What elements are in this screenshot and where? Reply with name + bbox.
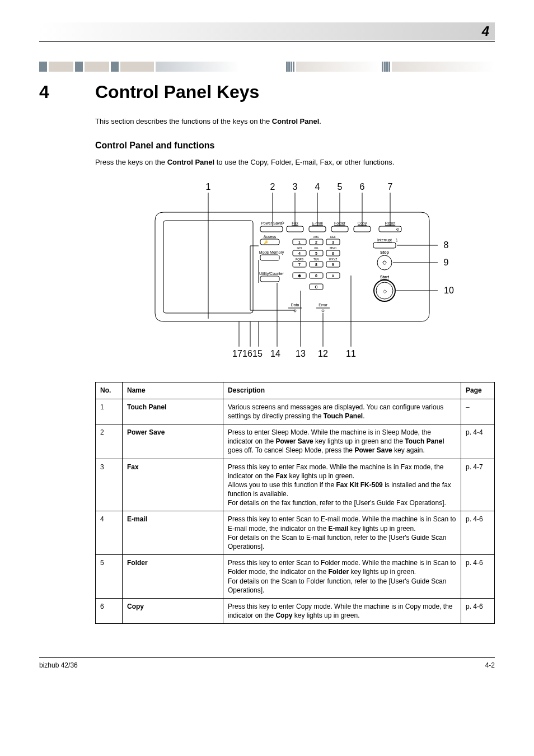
svg-text:9: 9 — [332, 263, 334, 267]
section-heading: Control Panel and functions — [95, 141, 495, 151]
utility-counter-key: Utility/Counter — [259, 272, 284, 282]
section-description: Press the keys on the Control Panel to u… — [95, 157, 495, 167]
table-row: 6 Copy Press this key to enter Copy mode… — [96, 598, 495, 623]
callout-14: 14 — [270, 349, 280, 358]
access-key: Access 🔑 — [260, 235, 279, 245]
svg-text:2: 2 — [315, 240, 317, 244]
svg-text:Interrupt: Interrupt — [377, 238, 392, 242]
table-row: 1 Touch Panel Various screens and messag… — [96, 399, 495, 424]
intro-text: This section describes the functions of … — [95, 116, 495, 127]
svg-text:Reset: Reset — [385, 221, 395, 225]
svg-text:⟲: ⟲ — [396, 227, 399, 231]
fax-key: Fax — [287, 221, 303, 232]
decorative-bar — [39, 62, 495, 72]
svg-text:WXYZ: WXYZ — [329, 258, 337, 261]
callout-8: 8 — [444, 240, 449, 250]
chapter-number: 4 — [39, 82, 95, 102]
svg-rect-12 — [287, 226, 303, 232]
header-rule — [39, 41, 495, 42]
svg-text:Error: Error — [318, 303, 327, 307]
callout-11: 11 — [346, 349, 356, 358]
svg-text:PQRS: PQRS — [296, 258, 304, 261]
svg-text:0: 0 — [315, 274, 317, 278]
error-indicator: Error — [316, 303, 330, 312]
callout-4: 4 — [315, 182, 320, 192]
callout-13: 13 — [296, 349, 306, 358]
svg-rect-65 — [373, 242, 396, 248]
svg-text:Data: Data — [291, 303, 299, 307]
copy-key: Copy — [354, 221, 371, 232]
table-row: 4 E-mail Press this key to enter Scan to… — [96, 511, 495, 555]
power-save-key: Power Save — [260, 221, 284, 232]
control-panel-diagram: 1 2 3 4 5 6 7 Power Save — [95, 179, 495, 365]
svg-text:3: 3 — [332, 240, 334, 244]
svg-text:7: 7 — [298, 263, 301, 267]
svg-text:Access: Access — [264, 235, 277, 239]
svg-text:6: 6 — [332, 251, 334, 255]
svg-text:8: 8 — [315, 263, 317, 267]
svg-text:JKL: JKL — [314, 246, 319, 250]
svg-text:◇: ◇ — [383, 288, 387, 294]
interrupt-key: Interrupt ⤵ — [373, 238, 398, 248]
callout-2: 2 — [270, 182, 275, 192]
header-chapter-number: 4 — [39, 22, 495, 40]
svg-text:Folder: Folder — [334, 221, 346, 225]
footer-product: bizhub 42/36 — [39, 661, 78, 669]
page-header: 4 — [39, 22, 495, 42]
callout-12: 12 — [318, 349, 328, 358]
callout-16: 16 — [242, 349, 252, 358]
table-row: 2 Power Save Press to enter Sleep Mode. … — [96, 424, 495, 459]
callout-7: 7 — [388, 182, 393, 192]
th-no: No. — [96, 382, 123, 399]
svg-text:Stop: Stop — [380, 250, 389, 255]
keypad: ABC DEF 1 2 3 GHI JKL MNO 4 5 6 PQRS TUV… — [293, 235, 340, 290]
svg-text:ABC: ABC — [313, 235, 320, 239]
svg-text:⤵: ⤵ — [396, 238, 398, 242]
table-row: 3 Fax Press this key to enter Fax mode. … — [96, 459, 495, 511]
email-key: E-mail — [309, 221, 326, 232]
svg-text:DEF: DEF — [330, 235, 336, 239]
svg-text:Fax: Fax — [292, 221, 298, 225]
page-footer: bizhub 42/36 4-2 — [39, 657, 495, 669]
data-indicator: Data — [288, 303, 302, 312]
svg-text:Power Save: Power Save — [261, 221, 282, 225]
svg-rect-14 — [309, 226, 326, 232]
svg-rect-10 — [260, 226, 283, 232]
th-page: Page — [461, 382, 495, 399]
start-key: Start ◇ — [374, 275, 395, 301]
callout-10: 10 — [444, 286, 454, 295]
svg-text:🔑: 🔑 — [264, 240, 268, 245]
keys-table: No. Name Description Page 1 Touch Panel … — [95, 382, 495, 624]
callout-6: 6 — [360, 182, 365, 192]
svg-rect-18 — [354, 226, 371, 232]
footer-page: 4-2 — [485, 661, 495, 669]
callout-9: 9 — [444, 258, 449, 267]
callout-5: 5 — [338, 182, 343, 192]
mode-memory-key: Mode Memory — [259, 250, 284, 260]
svg-point-67 — [377, 255, 392, 270]
svg-text:C: C — [315, 285, 317, 289]
table-row: 5 Folder Press this key to enter Scan to… — [96, 555, 495, 599]
svg-text:1: 1 — [298, 240, 301, 244]
reset-key: Reset ⟲ — [379, 221, 401, 232]
th-name: Name — [123, 382, 223, 399]
callout-15: 15 — [252, 349, 263, 358]
th-desc: Description — [223, 382, 461, 399]
callout-3: 3 — [293, 182, 298, 192]
svg-text:Start: Start — [380, 275, 390, 279]
svg-rect-16 — [331, 226, 348, 232]
chapter-title: 4 Control Panel Keys — [39, 82, 495, 102]
stop-key: Stop — [377, 250, 392, 270]
svg-text:5: 5 — [315, 251, 317, 255]
svg-text:E-mail: E-mail — [312, 221, 323, 225]
svg-point-78 — [322, 310, 324, 312]
svg-text:#: # — [332, 274, 334, 278]
svg-text:4: 4 — [298, 251, 301, 255]
folder-key: Folder — [331, 221, 348, 232]
callout-1: 1 — [206, 182, 211, 192]
svg-text:MNO: MNO — [330, 246, 336, 250]
svg-text:✱: ✱ — [298, 274, 301, 278]
svg-rect-28 — [260, 276, 279, 282]
svg-text:Mode Memory: Mode Memory — [259, 250, 284, 255]
svg-point-68 — [383, 261, 386, 264]
